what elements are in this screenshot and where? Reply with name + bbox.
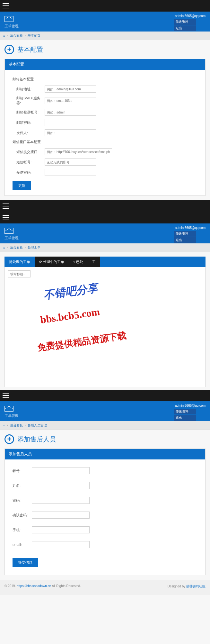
input-pwd2[interactable] (32, 512, 90, 519)
breadcrumb-current: 处理工单 (28, 246, 40, 249)
watermark-3: 免费提供精品资源下载 (37, 330, 127, 354)
menu-icon[interactable] (3, 3, 9, 8)
input-login[interactable] (45, 109, 96, 116)
breadcrumb-current: 售后人员管理 (28, 423, 47, 427)
label-phone: 手机: (13, 528, 32, 532)
plus-icon[interactable]: + (4, 45, 14, 54)
home-icon[interactable]: ⌂ (3, 423, 5, 427)
input-phone[interactable] (32, 526, 90, 533)
home-icon[interactable]: ⌂ (3, 246, 5, 249)
page-title: 基本配置 (17, 45, 43, 54)
label-sms-api: 短信提交接口: (13, 150, 45, 154)
tab-all[interactable]: 工 (88, 257, 100, 267)
breadcrumb: ⌂ › 后台面板 › 基本配置 (0, 32, 210, 40)
label-login: 邮箱登录帐号: (13, 110, 45, 115)
content-area: 不错吧分享 bbs.bcb5.com 免费提供精品资源下载 (4, 281, 206, 387)
plus-icon[interactable]: + (4, 434, 14, 444)
input-name[interactable] (32, 482, 90, 489)
menu-icon[interactable] (3, 393, 9, 398)
footer-left: © 2019. https://bbs.sasadown.cn All Righ… (4, 584, 81, 589)
menu-icon[interactable] (3, 204, 9, 209)
logout-link[interactable]: 退出 (174, 25, 196, 31)
breadcrumb: ⌂ › 后台面板 › 处理工单 (0, 243, 210, 252)
label-email-addr: 邮箱地址: (13, 87, 45, 92)
breadcrumb-link-1[interactable]: 后台面板 (10, 423, 23, 427)
footer-link-right[interactable]: 莎莎源码社区 (186, 585, 206, 588)
mail-icon (4, 228, 13, 234)
logout-link[interactable]: 退出 (174, 237, 196, 243)
label-acct: 帐号: (13, 468, 32, 473)
group-label-sms: 短信接口基本配置 (13, 140, 197, 144)
breadcrumb-current: 基本配置 (28, 34, 40, 37)
modify-profile-link[interactable]: 修改资料 (174, 409, 196, 414)
watermark-2: bbs.bcb5.com (39, 306, 101, 326)
label-pwd: 邮箱密码: (13, 120, 45, 125)
search-input[interactable] (8, 270, 31, 277)
update-button[interactable]: 更新 (13, 181, 31, 190)
input-sms-acct[interactable] (45, 159, 96, 166)
panel-header: 添加售后人员 (5, 449, 205, 459)
label-pwd: 密码: (13, 498, 32, 503)
brand-label: 工单管理 (4, 413, 19, 418)
home-icon[interactable]: ⌂ (3, 34, 5, 37)
label-name: 姓名: (13, 483, 32, 488)
label-sms-pwd: 短信密码: (13, 170, 45, 175)
submit-button[interactable]: 提交信息 (13, 558, 38, 567)
label-smtp: 邮箱SMTP服务器: (13, 96, 45, 105)
refresh-icon: ⟳ (39, 260, 42, 264)
panel-header: 基本配置 (5, 59, 205, 70)
input-pwd[interactable] (32, 497, 90, 504)
watermark-1: 不错吧分享 (43, 281, 99, 303)
input-sender[interactable] (45, 129, 96, 136)
input-email[interactable] (32, 541, 90, 548)
breadcrumb-link-1[interactable]: 后台面板 (10, 34, 23, 37)
brand-label: 工单管理 (4, 24, 19, 29)
input-sms-api[interactable] (45, 148, 112, 155)
input-sms-pwd[interactable] (45, 169, 96, 176)
brand-label: 工单管理 (4, 236, 19, 240)
footer-right: Designed by 莎莎源码社区 (168, 584, 206, 589)
mail-icon (4, 16, 13, 22)
user-email[interactable]: admin.6665@qq.com (174, 14, 207, 18)
tab-done[interactable]: ?已处 (69, 257, 88, 267)
user-email[interactable]: admin.6665@qq.com (174, 403, 207, 408)
group-label-email: 邮箱基本配置 (13, 77, 197, 82)
label-sender: 发件人: (13, 131, 45, 135)
breadcrumb: ⌂ › 后台面板 › 售后人员管理 (0, 421, 210, 430)
modify-profile-link[interactable]: 修改资料 (174, 231, 196, 237)
check-icon: ? (73, 260, 75, 264)
user-email[interactable]: admin.6665@qq.com (174, 225, 207, 230)
label-pwd2: 确认密码: (13, 513, 32, 518)
page-title: 添加售后人员 (17, 435, 56, 444)
input-email-addr[interactable] (45, 86, 96, 93)
tab-pending[interactable]: 待处理的工单 (4, 257, 35, 267)
label-sms-acct: 短信帐号: (13, 160, 45, 165)
breadcrumb-link-1[interactable]: 后台面板 (10, 246, 23, 249)
modify-profile-link[interactable]: 修改资料 (174, 19, 196, 25)
footer-link-left[interactable]: https://bbs.sasadown.cn (17, 584, 51, 588)
input-acct[interactable] (32, 467, 90, 474)
menu-icon-2[interactable] (3, 215, 9, 220)
tabs: 待处理的工单 ⟳处理中的工单 ?已处 工 (4, 257, 206, 267)
label-email: email: (13, 543, 32, 547)
mail-icon (4, 406, 13, 412)
input-smtp[interactable] (45, 97, 96, 104)
tab-processing[interactable]: ⟳处理中的工单 (35, 257, 69, 267)
input-pwd[interactable] (45, 119, 96, 126)
logout-link[interactable]: 退出 (174, 415, 196, 421)
